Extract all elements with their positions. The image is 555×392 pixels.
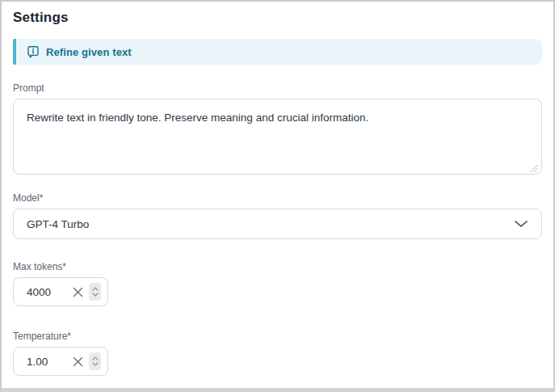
model-select[interactable]: GPT-4 Turbo [13,209,542,239]
stepper-up-down-icon[interactable] [89,352,101,370]
stepper-up-down-icon[interactable] [89,283,101,301]
x-clear-icon[interactable] [72,286,83,297]
banner-label: Refine given text [46,46,132,58]
prompt-textarea[interactable]: Rewrite text in friendly tone. Preserve … [13,99,542,175]
temperature-label: Temperature* [13,331,542,342]
settings-page: Settings Refine given text Prompt Rewrit… [0,0,555,392]
max-tokens-field [13,277,108,306]
x-clear-icon[interactable] [72,356,83,367]
resize-grip-icon[interactable] [529,162,539,171]
temperature-field [13,347,108,376]
page-title: Settings [13,8,542,27]
model-selected-value: GPT-4 Turbo [27,218,89,230]
prompt-label: Prompt [13,82,542,94]
max-tokens-label: Max tokens* [13,261,542,272]
prompt-field-wrap: Rewrite text in friendly tone. Preserve … [13,99,542,175]
info-bubble-icon [27,45,40,58]
max-tokens-input[interactable] [27,286,72,298]
model-label: Model* [13,192,542,204]
chevron-down-icon [514,220,528,228]
temperature-input[interactable] [27,356,72,368]
info-banner: Refine given text [13,39,542,65]
